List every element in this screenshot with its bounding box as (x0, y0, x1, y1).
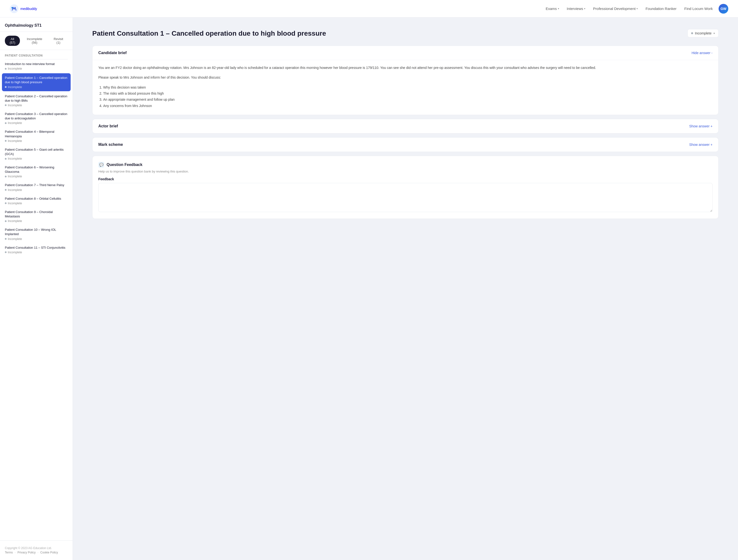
sidebar-item-10[interactable]: Patient Consultation 10 – Wrong IOL Impl… (0, 225, 73, 243)
nav-item-interviews[interactable]: Interviews ▾ (567, 7, 586, 11)
nav-item-professional-development[interactable]: Professional Development ▾ (593, 7, 638, 11)
candidate-brief-intro: You are an FY2 doctor doing an ophthalmo… (98, 65, 713, 71)
candidate-brief-body: You are an FY2 doctor doing an ophthalmo… (92, 60, 718, 114)
candidate-brief-point: The risks with a blood pressure this hig… (103, 90, 713, 97)
logo[interactable]: medibuddy (10, 4, 37, 13)
copyright-text: Copyright © 2023 AG Education Ltd. (5, 546, 68, 550)
actor-brief-header: Actor brief Show answer + (92, 119, 718, 133)
nav-item-exams[interactable]: Exams ▾ (546, 7, 559, 11)
sidebar-section-label: Patient Consultation (0, 50, 73, 59)
candidate-brief-point: Any concerns from Mrs Johnson (103, 103, 713, 109)
footer-links: Terms · Privacy Policy · Cookie Policy (5, 551, 68, 554)
actor-brief-title: Actor brief (98, 124, 118, 128)
sidebar-item-11[interactable]: Patient Consultation 11 – STI Conjunctiv… (0, 243, 73, 256)
feedback-icon: 💬 (98, 162, 104, 168)
candidate-brief-title: Candidate brief (98, 51, 126, 55)
footer-link-terms[interactable]: Terms (5, 551, 13, 554)
sidebar-heading: Ophthalmology ST1 (0, 17, 73, 32)
candidate-brief-card: Candidate brief Hide answer - You are an… (92, 46, 719, 115)
mark-scheme-toggle[interactable]: Show answer + (689, 143, 713, 146)
sidebar-item-8[interactable]: Patient Consultation 8 – Orbital Celluli… (0, 194, 73, 207)
logo-icon (10, 4, 18, 13)
professional-development-chevron-icon: ▾ (637, 7, 638, 10)
filter-tab-all[interactable]: All (57) (5, 36, 20, 46)
sidebar-item-5[interactable]: Patient Consultation 5 – Giant cell arte… (0, 145, 73, 163)
status-label: Incomplete (695, 31, 712, 35)
filter-tabs: All (57) Incomplete (56) Revisit (1) (0, 32, 73, 50)
feedback-header: 💬 Question Feedback (98, 162, 713, 168)
feedback-textarea[interactable] (98, 183, 713, 212)
filter-tab-revisit[interactable]: Revisit (1) (49, 36, 68, 46)
question-header: Patient Consultation 1 – Cancelled opera… (92, 29, 719, 38)
app-layout: Ophthalmology ST1 All (57) Incomplete (5… (0, 17, 738, 560)
exams-chevron-icon: ▾ (558, 7, 559, 10)
sidebar-footer: Copyright © 2023 AG Education Ltd. Terms… (0, 540, 73, 560)
footer-link-cookies[interactable]: Cookie Policy (40, 551, 58, 554)
candidate-brief-point: An appropriate management and follow up … (103, 97, 713, 103)
nav-links: Exams ▾ Interviews ▾ Professional Develo… (546, 7, 713, 11)
nav-item-foundation-ranker[interactable]: Foundation Ranker (646, 7, 677, 11)
navbar: medibuddy Exams ▾ Interviews ▾ Professio… (0, 0, 738, 17)
sidebar-item-7[interactable]: Patient Consultation 7 – Third Nerve Pal… (0, 180, 73, 194)
status-dot-icon (691, 32, 693, 34)
sidebar-item-6[interactable]: Patient Consultation 6 – Worsening Glauc… (0, 163, 73, 180)
mark-scheme-title: Mark scheme (98, 142, 123, 147)
svg-point-1 (11, 7, 13, 8)
question-title: Patient Consultation 1 – Cancelled opera… (92, 29, 682, 38)
sidebar-item-4[interactable]: Patient Consultation 4 – Bitemporal Hemi… (0, 127, 73, 145)
sidebar-item-3[interactable]: Patient Consultation 3 – Cancelled opera… (0, 109, 73, 127)
mark-scheme-header: Mark scheme Show answer + (92, 137, 718, 152)
status-dropdown[interactable]: Incomplete ▾ (688, 29, 719, 37)
feedback-card: 💬 Question Feedback Help us to improve t… (92, 156, 719, 219)
sidebar-items-container: Introduction to new interview format Inc… (0, 59, 73, 256)
sidebar: Ophthalmology ST1 All (57) Incomplete (5… (0, 17, 73, 560)
sidebar-item-0[interactable]: Introduction to new interview format Inc… (0, 59, 73, 73)
candidate-brief-points: Why this decision was takenThe risks wit… (98, 84, 713, 109)
sidebar-item-1[interactable]: Patient Consultation 1 – Cancelled opera… (2, 73, 71, 91)
status-chevron-icon: ▾ (714, 32, 715, 35)
sidebar-item-9[interactable]: Patient Consultation 9 – Choroidal Metas… (0, 207, 73, 225)
avatar[interactable]: GW (719, 4, 728, 14)
filter-tab-incomplete[interactable]: Incomplete (56) (22, 36, 47, 46)
candidate-brief-toggle[interactable]: Hide answer - (692, 51, 713, 55)
main-content: Patient Consultation 1 – Cancelled opera… (73, 17, 738, 560)
interviews-chevron-icon: ▾ (584, 7, 585, 10)
feedback-label: Feedback (98, 177, 713, 181)
actor-brief-toggle[interactable]: Show answer + (689, 124, 713, 128)
feedback-title: Question Feedback (106, 162, 142, 167)
candidate-brief-point: Why this decision was taken (103, 84, 713, 90)
sidebar-item-2[interactable]: Patient Consultation 2 – Cancelled opera… (0, 92, 73, 109)
actor-brief-card: Actor brief Show answer + (92, 119, 719, 133)
candidate-brief-header: Candidate brief Hide answer - (92, 46, 718, 60)
footer-link-privacy[interactable]: Privacy Policy (17, 551, 36, 554)
candidate-brief-instruction: Please speak to Mrs Johnson and inform h… (98, 75, 713, 81)
nav-item-find-locum-work[interactable]: Find Locum Work (684, 7, 713, 11)
feedback-subtitle: Help us to improve this question bank by… (98, 170, 713, 173)
logo-text: medibuddy (20, 7, 37, 11)
mark-scheme-card: Mark scheme Show answer + (92, 137, 719, 152)
